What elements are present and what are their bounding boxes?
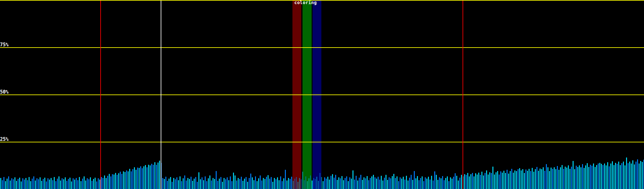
activity-bar bbox=[27, 180, 28, 189]
activity-bar bbox=[552, 169, 553, 189]
activity-bar bbox=[571, 167, 572, 189]
activity-bar bbox=[233, 173, 234, 189]
activity-bar bbox=[375, 177, 375, 189]
activity-bar bbox=[356, 176, 357, 189]
activity-bar bbox=[109, 174, 110, 189]
activity-bar bbox=[73, 178, 74, 189]
activity-bar bbox=[519, 168, 520, 189]
activity-bar bbox=[507, 170, 508, 189]
activity-bar bbox=[228, 180, 229, 189]
activity-bar bbox=[142, 168, 143, 189]
activity-bar bbox=[189, 179, 190, 189]
activity-bar bbox=[158, 163, 158, 189]
activity-bar bbox=[547, 167, 548, 189]
activity-bar bbox=[566, 168, 567, 189]
activity-bar bbox=[162, 178, 163, 189]
activity-bar bbox=[107, 176, 108, 189]
activity-bar bbox=[264, 179, 265, 189]
activity-bar bbox=[459, 178, 460, 189]
activity-bar bbox=[148, 165, 149, 189]
activity-bar bbox=[169, 179, 169, 189]
activity-bar bbox=[57, 179, 58, 189]
activity-bar bbox=[642, 162, 643, 189]
activity-bar bbox=[620, 165, 621, 189]
activity-bar bbox=[30, 181, 31, 189]
activity-bar bbox=[596, 165, 597, 189]
activity-bar bbox=[195, 177, 196, 189]
activity-bar bbox=[76, 178, 77, 189]
activity-bar bbox=[510, 171, 511, 189]
activity-bar bbox=[220, 177, 221, 189]
activity-bar bbox=[497, 171, 498, 189]
activity-bar bbox=[359, 178, 360, 189]
activity-bar bbox=[535, 169, 536, 189]
activity-bar bbox=[626, 158, 627, 189]
activity-bar bbox=[343, 180, 344, 189]
activity-bar bbox=[584, 168, 585, 189]
activity-bar bbox=[524, 173, 525, 189]
activity-bar bbox=[412, 180, 413, 189]
activity-bar bbox=[98, 178, 99, 189]
activity-bar bbox=[246, 177, 247, 189]
activity-bar bbox=[202, 177, 203, 189]
activity-bar bbox=[129, 169, 130, 189]
activity-bar bbox=[456, 176, 457, 189]
activity-bar bbox=[458, 180, 459, 189]
activity-bar bbox=[439, 177, 440, 189]
activity-bar bbox=[555, 169, 556, 189]
gridline-25 bbox=[0, 142, 644, 142]
activity-bar bbox=[450, 177, 451, 189]
activity-bar bbox=[629, 162, 630, 189]
activity-bar bbox=[532, 168, 533, 189]
activity-bar bbox=[400, 177, 401, 189]
activity-bar bbox=[90, 177, 91, 189]
activity-bar bbox=[183, 178, 184, 189]
activity-bar bbox=[538, 171, 539, 189]
activity-bar bbox=[573, 161, 574, 189]
activity-bar bbox=[414, 171, 415, 189]
frame-graph: coloring 75%50%25% bbox=[0, 0, 644, 189]
activity-bar bbox=[354, 180, 355, 189]
activity-bar bbox=[120, 172, 121, 189]
activity-bar bbox=[239, 179, 240, 189]
activity-bar bbox=[483, 175, 484, 189]
activity-bar bbox=[170, 177, 171, 189]
activity-bar bbox=[398, 181, 399, 189]
activity-bar bbox=[257, 181, 258, 189]
activity-bar bbox=[104, 175, 105, 189]
activity-bar bbox=[607, 162, 608, 189]
activity-bar bbox=[618, 162, 619, 189]
marker-white bbox=[161, 1, 161, 189]
activity-bar bbox=[252, 177, 253, 189]
activity-bar bbox=[364, 177, 364, 189]
activity-bar bbox=[277, 177, 278, 189]
activity-bar bbox=[3, 177, 4, 189]
activity-bar bbox=[69, 178, 70, 189]
activity-bar bbox=[390, 178, 391, 189]
activity-bar bbox=[415, 178, 416, 189]
activity-bar bbox=[382, 180, 383, 189]
activity-bar bbox=[253, 180, 254, 189]
activity-bar bbox=[88, 179, 89, 189]
activity-bar bbox=[574, 169, 575, 189]
activity-bar bbox=[434, 171, 435, 189]
activity-bar bbox=[551, 168, 552, 189]
activity-bar bbox=[44, 178, 45, 189]
marker-red-2 bbox=[463, 1, 463, 189]
activity-bar bbox=[337, 180, 338, 189]
activity-bar bbox=[558, 170, 559, 189]
activity-bar bbox=[326, 179, 327, 189]
activity-bar bbox=[536, 167, 537, 189]
activity-bar bbox=[393, 174, 394, 189]
activity-bar bbox=[247, 182, 248, 189]
activity-bar bbox=[403, 177, 404, 189]
activity-bar bbox=[474, 176, 475, 189]
activity-bar bbox=[639, 163, 640, 189]
activity-bar bbox=[296, 177, 297, 189]
activity-bar bbox=[431, 176, 432, 189]
activity-bar bbox=[139, 168, 140, 189]
activity-bar bbox=[395, 178, 396, 189]
activity-bar bbox=[244, 179, 245, 189]
activity-bar bbox=[557, 166, 558, 189]
activity-bar bbox=[613, 165, 614, 189]
